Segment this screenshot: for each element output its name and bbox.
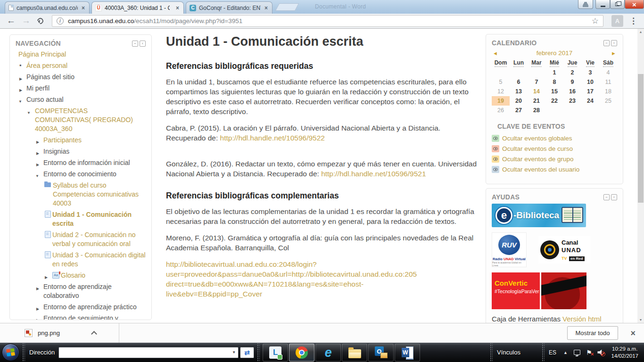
explorer-taskbar-button[interactable] <box>342 344 367 362</box>
nav-item[interactable]: Unidad 1 - Comunicación escrita <box>16 210 146 228</box>
page-info-icon[interactable] <box>57 17 64 25</box>
calendar-day-cell[interactable]: 20 <box>510 96 528 106</box>
radio-unad-virtual-banner[interactable]: RUV Radio UNAD Virtual Para la academia … <box>492 232 527 267</box>
arrow-down-icon[interactable] <box>18 95 26 103</box>
calendar-day-cell[interactable]: 6 <box>510 77 528 87</box>
page-scrollbar[interactable]: ▲ ▼ <box>637 29 644 323</box>
event-key-item[interactable]: Ocultar eventos de grupo <box>492 156 617 163</box>
volume-muted-icon[interactable] <box>597 349 603 355</box>
network-tray-icon[interactable] <box>574 350 580 355</box>
arrow-right-icon[interactable] <box>35 314 43 320</box>
content-link[interactable]: http://hdl.handle.net/10596/9522 <box>220 134 325 142</box>
next-month-icon[interactable] <box>611 50 616 56</box>
calendar-day-cell[interactable]: 9 <box>563 77 581 87</box>
browser-tab-campus0a[interactable]: campus0a.unad.edu.co/c × <box>5 1 90 14</box>
scroll-up-icon[interactable]: ▲ <box>637 29 644 35</box>
calendar-day-cell[interactable]: 7 <box>528 77 545 87</box>
nav-item[interactable]: Entorno de conocimiento <box>16 170 146 179</box>
nav-item[interactable]: Página Principal <box>16 50 146 59</box>
profile-button[interactable] <box>578 0 593 9</box>
arrow-right-icon[interactable] <box>35 136 43 143</box>
calendar-month-label[interactable]: febrero 2017 <box>498 49 611 57</box>
nav-item[interactable]: Curso actual <box>16 95 146 104</box>
nav-item[interactable]: Mi perfil <box>16 84 146 93</box>
arrow-down-icon[interactable] <box>35 170 43 177</box>
lync-taskbar-button[interactable] <box>263 344 288 362</box>
calendar-day-cell[interactable]: 26 <box>492 106 510 115</box>
tab-close-icon[interactable]: × <box>175 5 180 11</box>
taskbar-clock[interactable]: 10:29 a.m.14/02/2017 <box>611 346 638 360</box>
browser-tab-active[interactable]: 40003A_360: Unidad 1 - C × <box>91 1 184 14</box>
event-key-item[interactable]: Ocultar eventos de curso <box>492 145 617 152</box>
dock-block-icon[interactable]: ‹ <box>611 40 617 46</box>
content-link[interactable]: http://hdl.handle.net/10596/9521 <box>321 170 426 178</box>
close-download-bar-icon[interactable]: × <box>630 329 636 337</box>
address-bar[interactable]: campus16.unad.edu.co /ecsah11/mod/page/v… <box>52 15 603 27</box>
calendar-day-cell[interactable]: 15 <box>545 87 563 96</box>
arrow-right-icon[interactable] <box>35 158 43 166</box>
dock-block-icon[interactable]: ‹ <box>611 194 617 200</box>
word-taskbar-button[interactable] <box>395 344 420 362</box>
scrollbar-thumb[interactable] <box>638 74 644 203</box>
calendar-day-cell[interactable]: 25 <box>599 96 617 106</box>
window-close-button[interactable] <box>625 0 644 9</box>
convertic-banner[interactable]: ConVertic #TecnologíaParaVer <box>492 272 540 309</box>
calendar-day-cell[interactable]: 23 <box>563 96 581 106</box>
calendar-day-cell[interactable]: 3 <box>581 68 599 77</box>
adobe-extension-icon[interactable] <box>611 15 623 27</box>
window-minimize-button[interactable] <box>595 0 610 9</box>
nav-item[interactable]: Participantes <box>16 136 146 145</box>
arrow-right-icon[interactable] <box>44 271 52 279</box>
window-maximize-button[interactable] <box>610 0 625 9</box>
calendar-day-cell[interactable]: 14 <box>528 87 545 96</box>
nav-item[interactable]: Syllabus del curso Competencias comunica… <box>16 181 146 208</box>
nav-item[interactable]: Área personal <box>16 61 146 70</box>
address-toolbar-input[interactable] <box>58 347 239 358</box>
calendar-day-cell[interactable]: 21 <box>528 96 545 106</box>
reload-button[interactable] <box>36 16 44 25</box>
collapse-block-icon[interactable]: − <box>603 40 610 46</box>
collapse-block-icon[interactable]: − <box>603 194 610 200</box>
calendar-day-cell[interactable]: 5 <box>492 77 510 87</box>
collapse-block-icon[interactable]: − <box>132 41 138 47</box>
arrow-down-icon[interactable] <box>27 107 35 114</box>
calendar-day-cell[interactable]: 4 <box>599 68 617 77</box>
calendar-day-cell[interactable]: 1 <box>545 68 563 77</box>
event-key-item[interactable]: Ocultar eventos globales <box>492 135 617 142</box>
calendar-day-cell[interactable]: 19 <box>492 96 510 106</box>
browser-tab-goconqr[interactable]: GoConqr - Editando: ENT × <box>186 1 272 14</box>
action-center-flag-icon[interactable] <box>586 349 592 356</box>
calendar-day-cell[interactable]: 18 <box>599 87 617 96</box>
tab-close-icon[interactable]: × <box>264 5 269 11</box>
show-hidden-icons-icon[interactable] <box>563 350 568 355</box>
calendar-day-cell[interactable]: 24 <box>581 96 599 106</box>
dock-block-icon[interactable]: ‹ <box>140 41 146 47</box>
forward-button[interactable]: → <box>22 16 31 25</box>
bookmark-star-icon[interactable]: ☆ <box>592 16 599 26</box>
calendar-day-cell[interactable]: 22 <box>545 96 563 106</box>
tab-close-icon[interactable]: × <box>81 5 86 11</box>
nav-item[interactable]: Entorno de información inicial <box>16 158 146 167</box>
nav-item[interactable]: Unidad 3 - Comunicación digital en redes <box>16 251 146 269</box>
calendar-day-cell[interactable]: 17 <box>581 87 599 96</box>
nav-item[interactable]: Entorno de aprendizaje colaborativo <box>16 282 146 300</box>
event-key-item[interactable]: Ocultar eventos del usuario <box>492 166 617 173</box>
start-button[interactable] <box>2 344 19 361</box>
arrow-right-icon[interactable] <box>18 73 26 80</box>
nav-item[interactable]: Glosario <box>16 271 146 280</box>
blindfold-image[interactable] <box>541 272 586 309</box>
arrow-right-icon[interactable] <box>35 282 43 290</box>
ie-taskbar-button[interactable] <box>315 344 341 362</box>
dropdown-arrow-icon[interactable] <box>230 347 238 358</box>
nav-item[interactable]: Páginas del sitio <box>16 73 146 82</box>
chrome-taskbar-button[interactable] <box>289 344 314 362</box>
back-button[interactable]: ← <box>7 16 16 25</box>
version-html-link[interactable]: Versión html <box>562 315 602 323</box>
calendar-day-cell[interactable]: 16 <box>563 87 581 96</box>
arrow-right-icon[interactable] <box>35 147 43 155</box>
nav-item[interactable]: Entorno de seguimiento y evaluación del … <box>16 314 146 320</box>
calendar-day-cell[interactable]: 28 <box>528 106 545 115</box>
new-tab-button[interactable] <box>275 3 299 11</box>
language-indicator[interactable]: ES <box>549 349 556 356</box>
arrow-right-icon[interactable] <box>18 84 26 91</box>
